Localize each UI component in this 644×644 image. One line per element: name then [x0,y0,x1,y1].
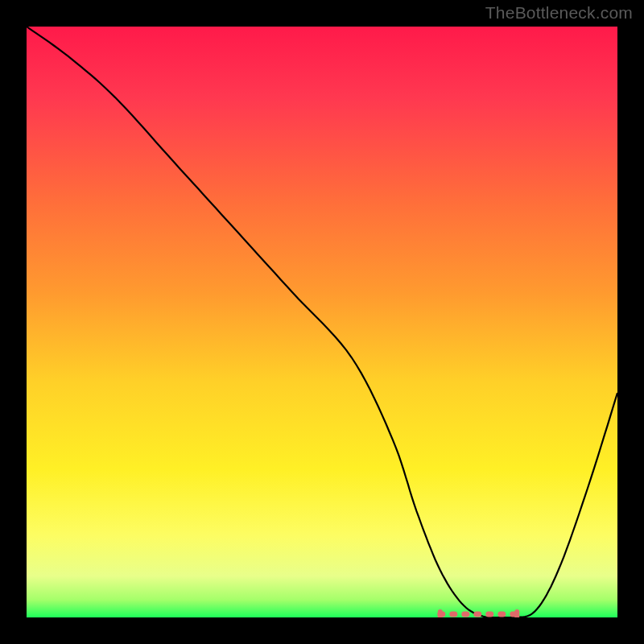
watermark-text: TheBottleneck.com [485,3,633,23]
chart-svg [27,27,617,617]
marker-endcap [438,609,443,617]
chart-container: TheBottleneck.com [0,0,644,644]
plot-area [27,27,617,617]
marker-endcap [514,609,519,617]
